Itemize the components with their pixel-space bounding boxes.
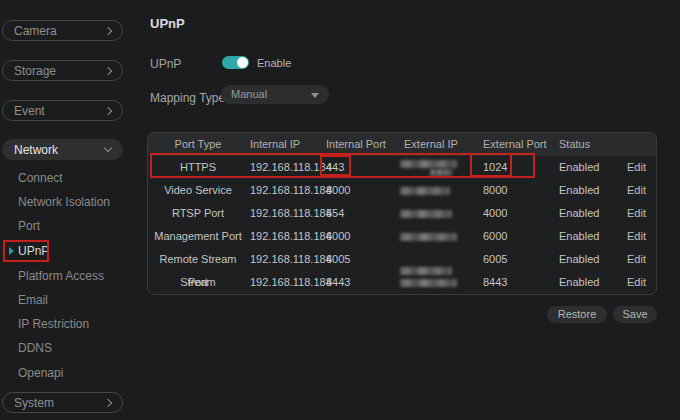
cell-internal-ip: 192.168.118.184 bbox=[248, 156, 324, 179]
column-header: External Port bbox=[479, 133, 555, 156]
chevron-right-icon bbox=[104, 398, 112, 406]
save-button[interactable]: Save bbox=[613, 306, 657, 323]
toggle-caption: Enable bbox=[257, 57, 291, 69]
upnp-toggle[interactable] bbox=[222, 56, 249, 69]
mapping-type-select[interactable]: Manual bbox=[221, 85, 329, 104]
port-mapping-table: Port Type Internal IP Internal Port Exte… bbox=[147, 132, 657, 295]
column-header: Status bbox=[555, 133, 625, 156]
sidebar-item-network[interactable]: Network bbox=[2, 139, 123, 160]
column-header: External IP bbox=[400, 133, 479, 156]
cell-internal-port: 443 bbox=[324, 156, 400, 179]
edit-button[interactable]: Edit bbox=[625, 179, 656, 202]
column-header: Internal Port bbox=[324, 133, 400, 156]
sidebar-item-label: System bbox=[14, 396, 105, 410]
chevron-right-icon bbox=[104, 66, 112, 74]
edit-button[interactable]: Edit bbox=[625, 271, 656, 294]
edit-button[interactable]: Edit bbox=[625, 156, 656, 179]
cell-external-port: 8000 bbox=[479, 179, 555, 202]
sidebar-item-label: Storage bbox=[14, 64, 105, 78]
chevron-right-icon bbox=[104, 26, 112, 34]
table-row-management-port: Management Port 192.168.118.184 6000 600… bbox=[148, 225, 656, 248]
cell-port-type: Stream bbox=[148, 271, 248, 294]
sidebar-item-openapi[interactable]: Openapi bbox=[18, 363, 63, 383]
edit-button[interactable]: Edit bbox=[625, 202, 656, 225]
sidebar-item-camera[interactable]: Camera bbox=[2, 20, 123, 41]
cell-external-ip-blurred bbox=[400, 202, 479, 225]
edit-button[interactable]: Edit bbox=[625, 225, 656, 248]
sidebar-item-label: Event bbox=[14, 104, 105, 118]
sidebar-item-email[interactable]: Email bbox=[18, 290, 48, 310]
cell-internal-port: 554 bbox=[324, 202, 400, 225]
cell-status: Enabled bbox=[555, 156, 625, 179]
table-row-https: HTTPS 192.168.118.184 443 1024 Enabled E… bbox=[148, 156, 656, 179]
restore-button[interactable]: Restore bbox=[547, 306, 607, 323]
column-header-actions bbox=[625, 133, 656, 156]
column-header: Internal IP bbox=[248, 133, 324, 156]
cell-external-port: 8443 bbox=[479, 271, 555, 294]
sidebar-item-label: Network bbox=[14, 143, 105, 157]
cell-internal-ip: 192.168.118.184 bbox=[248, 179, 324, 202]
cell-internal-port: 8443 bbox=[324, 271, 400, 294]
sidebar-item-platform-access[interactable]: Platform Access bbox=[18, 266, 104, 286]
column-header: Port Type bbox=[148, 133, 248, 156]
cell-internal-port: 6000 bbox=[324, 225, 400, 248]
cell-internal-ip: 192.168.118.184 bbox=[248, 202, 324, 225]
cell-port-type: Video Service bbox=[148, 179, 248, 202]
cell-external-port: 6000 bbox=[479, 225, 555, 248]
sidebar-item-ddns[interactable]: DDNS bbox=[18, 338, 52, 358]
sidebar-item-network-isolation[interactable]: Network Isolation bbox=[18, 192, 110, 212]
cell-port-type: Management Port bbox=[148, 225, 248, 248]
sidebar-item-port[interactable]: Port bbox=[18, 216, 40, 236]
cell-internal-ip: 192.168.118.184 bbox=[248, 271, 324, 294]
cell-external-ip-blurred bbox=[400, 225, 479, 248]
cell-status: Enabled bbox=[555, 271, 625, 294]
sidebar-item-upnp[interactable]: UPnP bbox=[18, 241, 49, 261]
sidebar-item-ip-restriction[interactable]: IP Restriction bbox=[18, 314, 89, 334]
page-title: UPnP bbox=[150, 16, 185, 31]
chevron-down-icon bbox=[104, 144, 112, 152]
toggle-knob bbox=[237, 57, 248, 68]
upnp-settings-window: Camera Storage Event Network Connect Net… bbox=[0, 0, 680, 420]
sidebar-item-label: Camera bbox=[14, 24, 105, 38]
caret-down-icon bbox=[311, 93, 319, 98]
cell-external-ip-blurred bbox=[400, 156, 479, 179]
chevron-right-icon bbox=[104, 106, 112, 114]
table-row-remote-stream-port: Remote Stream Port 192.168.118.184 6005 … bbox=[148, 248, 656, 271]
table-header-row: Port Type Internal IP Internal Port Exte… bbox=[148, 133, 656, 156]
table-row-video-service: Video Service 192.168.118.184 8000 8000 … bbox=[148, 179, 656, 202]
mapping-type-label: Mapping Type bbox=[150, 91, 225, 105]
sidebar-item-connect[interactable]: Connect bbox=[18, 168, 63, 188]
cell-external-ip-blurred bbox=[400, 179, 479, 202]
cell-internal-port: 8000 bbox=[324, 179, 400, 202]
sidebar-item-system[interactable]: System bbox=[2, 392, 123, 413]
sidebar-item-event[interactable]: Event bbox=[2, 100, 123, 121]
cell-port-type: RTSP Port bbox=[148, 202, 248, 225]
triangle-right-icon bbox=[9, 247, 14, 255]
cell-status: Enabled bbox=[555, 179, 625, 202]
cell-external-port: 4000 bbox=[479, 202, 555, 225]
table-row-rtsp-port: RTSP Port 192.168.118.184 554 4000 Enabl… bbox=[148, 202, 656, 225]
sidebar-item-storage[interactable]: Storage bbox=[2, 60, 123, 81]
cell-status: Enabled bbox=[555, 225, 625, 248]
cell-port-type: HTTPS bbox=[148, 156, 248, 179]
cell-internal-ip: 192.168.118.184 bbox=[248, 225, 324, 248]
mapping-type-value: Manual bbox=[231, 88, 267, 100]
cell-external-port: 1024 bbox=[479, 156, 555, 179]
upnp-field-label: UPnP bbox=[150, 57, 181, 71]
cell-status: Enabled bbox=[555, 202, 625, 225]
